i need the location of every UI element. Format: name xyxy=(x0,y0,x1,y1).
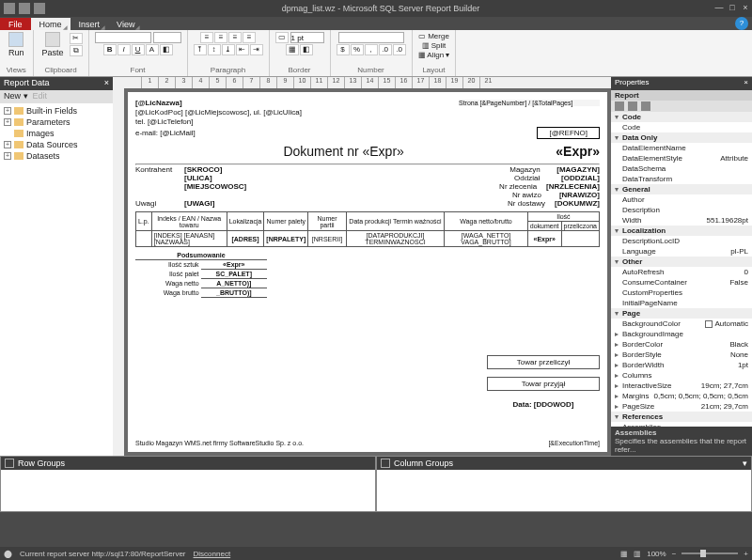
field-tel[interactable]: tel. [@LicTelefon] xyxy=(135,117,193,126)
field-magazyn[interactable]: [MAGAZYN] xyxy=(556,165,600,174)
qat-undo-icon[interactable] xyxy=(34,3,45,14)
lbl-oddzial[interactable]: Oddział xyxy=(514,174,561,182)
column-groups-panel[interactable] xyxy=(377,470,751,511)
align-middle-button[interactable]: ↕ xyxy=(208,44,221,55)
tab-insert[interactable]: Insert◢ xyxy=(70,18,109,30)
percent-button[interactable]: % xyxy=(351,44,364,55)
align-top-button[interactable]: ⤒ xyxy=(194,44,207,55)
border-width-input[interactable] xyxy=(290,32,324,43)
merge-button[interactable]: ▭ Merge xyxy=(418,32,449,40)
align-right-button[interactable]: ≡ xyxy=(228,32,242,43)
align-bottom-button[interactable]: ⤓ xyxy=(222,44,235,55)
tree-datasets[interactable]: Datasets xyxy=(26,151,60,161)
dec-inc-button[interactable]: .0 xyxy=(379,44,392,55)
prop-alpha-icon[interactable] xyxy=(628,101,637,111)
tree-data-sources[interactable]: Data Sources xyxy=(26,140,78,149)
field-refno[interactable]: [@REFNO] xyxy=(537,127,600,139)
run-button[interactable]: Run xyxy=(6,32,27,57)
tab-home[interactable]: Home◢ xyxy=(31,18,70,30)
lbl-nrzlecenia[interactable]: Nr zlecenia xyxy=(499,182,546,191)
properties-grid[interactable]: ▾Code Code ▾Data Only DataElementName Da… xyxy=(611,112,752,427)
row-groups-panel[interactable] xyxy=(1,470,375,511)
close-button[interactable]: × xyxy=(739,3,752,14)
lbl-nrawizo[interactable]: Nr awizo xyxy=(512,191,559,199)
italic-button[interactable]: I xyxy=(118,44,131,55)
detail-table[interactable]: L.p.Indeks / EAN / Nazwa towaruLokalizac… xyxy=(135,211,600,247)
tab-file[interactable]: File xyxy=(0,18,31,30)
footer-left[interactable]: Studio Magazyn WMS.net firmy SoftwareStu… xyxy=(135,440,304,446)
align-menu[interactable]: ▦ Align ▾ xyxy=(418,51,450,59)
split-button[interactable]: ▥ Split xyxy=(422,41,446,50)
bold-button[interactable]: B xyxy=(103,44,117,55)
view-mode-preview-icon[interactable]: ▥ xyxy=(634,550,641,558)
zoom-in-button[interactable]: + xyxy=(744,550,748,558)
field-skroco[interactable]: [SKROCO] xyxy=(184,165,222,174)
field-email[interactable]: e-mail: [@LicMail] xyxy=(135,129,196,137)
indent-inc-button[interactable]: ⇥ xyxy=(250,44,263,55)
zoom-slider[interactable] xyxy=(682,552,738,554)
zoom-level[interactable]: 100% xyxy=(647,550,666,558)
zoom-out-button[interactable]: − xyxy=(672,550,677,558)
field-nrzlecenia[interactable]: [NRZLECENIA] xyxy=(546,182,600,191)
field-ulica[interactable]: [ULICA] xyxy=(184,174,212,182)
bgcolor-checkbox[interactable] xyxy=(705,320,713,328)
field-miejscowosc[interactable]: [MIEJSCOWOSC] xyxy=(184,182,246,191)
border-preset-button[interactable]: ▦ xyxy=(286,44,299,55)
properties-object[interactable]: Report xyxy=(611,90,752,101)
tree-images[interactable]: Images xyxy=(26,129,55,138)
groups-menu[interactable]: ▾ xyxy=(743,459,747,468)
border-color-button[interactable]: ◧ xyxy=(300,44,313,55)
footer-exectime[interactable]: [&ExecutionTime] xyxy=(548,440,600,446)
justify-button[interactable]: ≡ xyxy=(243,32,256,43)
tree-parameters[interactable]: Parameters xyxy=(26,117,70,127)
dec-dec-button[interactable]: .0 xyxy=(393,44,406,55)
field-doc-title[interactable]: Dokument nr «Expr» xyxy=(135,144,552,159)
font-size-select[interactable] xyxy=(153,32,181,43)
qat-save-icon[interactable] xyxy=(19,3,30,14)
number-format-select[interactable] xyxy=(338,32,404,43)
align-left-button[interactable]: ≡ xyxy=(200,32,213,43)
properties-close[interactable]: × xyxy=(744,78,748,89)
minimize-button[interactable]: — xyxy=(713,3,726,14)
tab-view[interactable]: View◢ xyxy=(108,18,143,30)
status-disconnect[interactable]: Disconnect xyxy=(194,550,231,558)
help-button[interactable]: ? xyxy=(735,17,748,30)
report-data-new[interactable]: New ▾ xyxy=(4,91,28,101)
paste-button[interactable]: Paste xyxy=(39,32,67,57)
field-expr-big[interactable]: «Expr» xyxy=(556,144,600,159)
cut-button[interactable]: ✂ xyxy=(70,33,83,44)
field-data-ddowod[interactable]: Data: [DDOWOD] xyxy=(487,398,600,411)
report-data-close[interactable]: × xyxy=(104,78,109,89)
field-pagenum[interactable]: Strona [&PageNumber] / [&TotalPages] xyxy=(459,100,600,106)
tree-built-in-fields[interactable]: Built-in Fields xyxy=(26,106,77,116)
border-style-button[interactable]: ▭ xyxy=(275,32,289,43)
field-uwagi[interactable]: [UWAGI] xyxy=(184,199,214,208)
field-licaddr[interactable]: [@LicKodPoc] [@LicMiejscowosc], ul. [@Li… xyxy=(135,108,302,117)
align-center-button[interactable]: ≡ xyxy=(214,32,227,43)
view-mode-design-icon[interactable]: ▦ xyxy=(620,550,628,558)
maximize-button[interactable]: □ xyxy=(726,3,739,14)
field-licnazwa[interactable]: [@LicNazwa] xyxy=(135,99,182,107)
lbl-nrdostawy[interactable]: Nr dostawy xyxy=(508,199,555,208)
prop-categorized-icon[interactable] xyxy=(615,101,624,111)
fill-color-button[interactable]: ◧ xyxy=(160,44,173,55)
comma-button[interactable]: , xyxy=(365,44,378,55)
field-nrawizo[interactable]: [NRAWIZO] xyxy=(559,191,600,199)
indent-dec-button[interactable]: ⇤ xyxy=(236,44,249,55)
font-family-select[interactable] xyxy=(95,32,151,43)
prop-pages-icon[interactable] xyxy=(641,101,650,111)
field-dokumwz[interactable]: [DOKUMWZ] xyxy=(555,199,600,208)
underline-button[interactable]: U xyxy=(132,44,145,55)
report-design-surface[interactable]: [@LicNazwa]Strona [&PageNumber] / [&Tota… xyxy=(128,92,607,452)
summary-table[interactable]: Podsumowanie Ilość sztuk«Expr» Ilość pal… xyxy=(135,251,267,298)
lbl-uwagi[interactable]: Uwagi xyxy=(135,199,184,208)
field-towar-przyjal[interactable]: Towar przyjął xyxy=(487,377,600,391)
currency-button[interactable]: $ xyxy=(337,44,350,55)
field-oddzial[interactable]: [ODDZIAL] xyxy=(561,174,600,182)
field-towar-przeliczyl[interactable]: Towar przeliczył xyxy=(487,355,600,369)
report-data-tree[interactable]: +Built-in Fields +Parameters Images +Dat… xyxy=(0,103,113,456)
lbl-magazyn[interactable]: Magazyn xyxy=(509,165,556,174)
copy-button[interactable]: ⧉ xyxy=(70,45,83,56)
lbl-kontrahent[interactable]: Kontrahent xyxy=(135,165,184,174)
font-color-button[interactable]: A xyxy=(146,44,159,55)
